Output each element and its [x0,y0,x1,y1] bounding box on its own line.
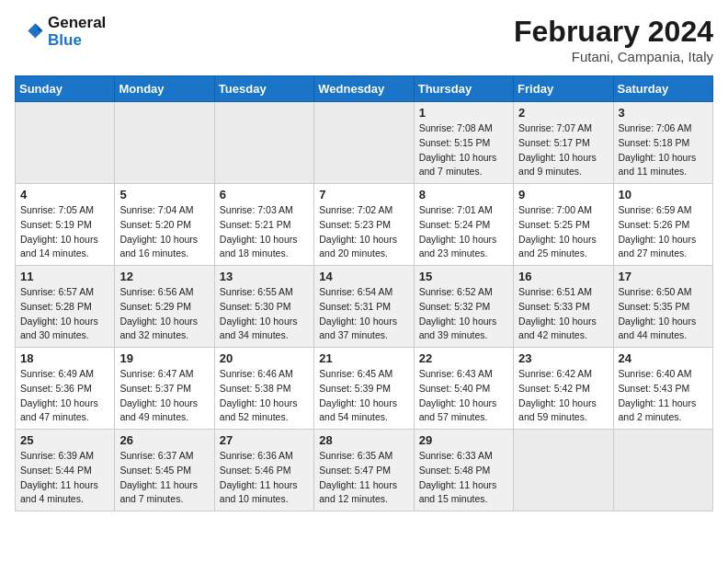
calendar-cell: 20Sunrise: 6:46 AM Sunset: 5:38 PM Dayli… [214,348,313,430]
day-number: 26 [119,433,209,447]
calendar-cell [613,430,712,511]
calendar-cell: 11Sunrise: 6:57 AM Sunset: 5:28 PM Dayli… [16,266,115,348]
day-number: 15 [419,270,508,283]
day-detail: Sunrise: 6:33 AM Sunset: 5:48 PM Dayligh… [419,449,508,507]
calendar-cell: 15Sunrise: 6:52 AM Sunset: 5:32 PM Dayli… [414,266,513,348]
day-number: 23 [518,351,608,365]
day-header-thursday: Thursday [414,76,513,102]
calendar-cell: 4Sunrise: 7:05 AM Sunset: 5:19 PM Daylig… [16,184,115,266]
logo-icon [15,17,44,47]
day-number: 6 [220,188,309,201]
day-detail: Sunrise: 7:05 AM Sunset: 5:19 PM Dayligh… [20,203,109,261]
calendar-cell: 13Sunrise: 6:55 AM Sunset: 5:30 PM Dayli… [214,266,313,348]
calendar-cell: 19Sunrise: 6:47 AM Sunset: 5:37 PM Dayli… [115,348,214,430]
calendar-cell: 5Sunrise: 7:04 AM Sunset: 5:20 PM Daylig… [115,184,214,266]
day-header-tuesday: Tuesday [214,76,313,102]
calendar-cell: 18Sunrise: 6:49 AM Sunset: 5:36 PM Dayli… [16,348,115,430]
day-detail: Sunrise: 6:39 AM Sunset: 5:44 PM Dayligh… [20,449,109,507]
calendar-cell: 7Sunrise: 7:02 AM Sunset: 5:23 PM Daylig… [314,184,414,266]
day-detail: Sunrise: 6:37 AM Sunset: 5:45 PM Dayligh… [119,449,209,507]
title-block: February 2024 Futani, Campania, Italy [514,15,713,64]
calendar-header-row: SundayMondayTuesdayWednesdayThursdayFrid… [16,76,713,102]
day-detail: Sunrise: 7:01 AM Sunset: 5:24 PM Dayligh… [419,203,508,261]
day-detail: Sunrise: 6:45 AM Sunset: 5:39 PM Dayligh… [319,367,408,425]
calendar-cell [514,430,613,511]
page-header: General Blue February 2024 Futani, Campa… [15,15,713,64]
day-detail: Sunrise: 6:35 AM Sunset: 5:47 PM Dayligh… [319,449,408,507]
day-number: 20 [220,351,309,365]
day-number: 14 [319,270,408,283]
calendar-cell: 10Sunrise: 6:59 AM Sunset: 5:26 PM Dayli… [613,184,712,266]
day-number: 4 [20,188,109,201]
calendar-cell: 8Sunrise: 7:01 AM Sunset: 5:24 PM Daylig… [414,184,513,266]
day-number: 1 [419,106,508,120]
logo-text: General Blue [48,15,106,49]
day-detail: Sunrise: 7:00 AM Sunset: 5:25 PM Dayligh… [518,203,608,261]
calendar-cell: 21Sunrise: 6:45 AM Sunset: 5:39 PM Dayli… [314,348,414,430]
day-number: 10 [619,188,708,201]
calendar-cell [115,102,214,184]
calendar-week-row: 11Sunrise: 6:57 AM Sunset: 5:28 PM Dayli… [16,266,713,348]
day-detail: Sunrise: 7:08 AM Sunset: 5:15 PM Dayligh… [419,121,508,179]
month-title: February 2024 [514,15,713,49]
calendar-cell [314,102,414,184]
day-number: 29 [419,433,508,447]
day-detail: Sunrise: 6:57 AM Sunset: 5:28 PM Dayligh… [20,285,109,343]
calendar-cell: 29Sunrise: 6:33 AM Sunset: 5:48 PM Dayli… [414,430,513,511]
day-detail: Sunrise: 7:07 AM Sunset: 5:17 PM Dayligh… [518,121,608,179]
day-number: 21 [319,351,408,365]
day-detail: Sunrise: 6:49 AM Sunset: 5:36 PM Dayligh… [20,367,109,425]
day-header-monday: Monday [115,76,214,102]
day-detail: Sunrise: 7:02 AM Sunset: 5:23 PM Dayligh… [319,203,408,261]
day-number: 13 [220,270,309,283]
calendar-cell: 12Sunrise: 6:56 AM Sunset: 5:29 PM Dayli… [115,266,214,348]
day-number: 18 [20,351,109,365]
day-detail: Sunrise: 6:52 AM Sunset: 5:32 PM Dayligh… [419,285,508,343]
day-number: 28 [319,433,408,447]
day-detail: Sunrise: 6:56 AM Sunset: 5:29 PM Dayligh… [119,285,209,343]
day-detail: Sunrise: 6:42 AM Sunset: 5:42 PM Dayligh… [518,367,608,425]
day-header-sunday: Sunday [16,76,115,102]
day-detail: Sunrise: 6:47 AM Sunset: 5:37 PM Dayligh… [119,367,209,425]
day-detail: Sunrise: 6:43 AM Sunset: 5:40 PM Dayligh… [419,367,508,425]
calendar-cell: 14Sunrise: 6:54 AM Sunset: 5:31 PM Dayli… [314,266,414,348]
svg-marker-0 [28,23,42,38]
calendar-week-row: 1Sunrise: 7:08 AM Sunset: 5:15 PM Daylig… [16,102,713,184]
calendar-cell: 28Sunrise: 6:35 AM Sunset: 5:47 PM Dayli… [314,430,414,511]
day-header-friday: Friday [514,76,613,102]
calendar-week-row: 18Sunrise: 6:49 AM Sunset: 5:36 PM Dayli… [16,348,713,430]
day-number: 27 [220,433,309,447]
day-detail: Sunrise: 6:50 AM Sunset: 5:35 PM Dayligh… [619,285,708,343]
day-number: 5 [119,188,209,201]
calendar-cell: 26Sunrise: 6:37 AM Sunset: 5:45 PM Dayli… [115,430,214,511]
calendar-cell [16,102,115,184]
day-detail: Sunrise: 6:40 AM Sunset: 5:43 PM Dayligh… [619,367,708,425]
day-detail: Sunrise: 7:06 AM Sunset: 5:18 PM Dayligh… [619,121,708,179]
calendar-cell: 25Sunrise: 6:39 AM Sunset: 5:44 PM Dayli… [16,430,115,511]
day-number: 3 [619,106,708,120]
day-detail: Sunrise: 6:36 AM Sunset: 5:46 PM Dayligh… [220,449,309,507]
day-number: 2 [518,106,608,120]
day-detail: Sunrise: 7:04 AM Sunset: 5:20 PM Dayligh… [119,203,209,261]
day-header-saturday: Saturday [613,76,712,102]
calendar-cell: 1Sunrise: 7:08 AM Sunset: 5:15 PM Daylig… [414,102,513,184]
day-number: 8 [419,188,508,201]
location: Futani, Campania, Italy [514,49,713,64]
day-number: 11 [20,270,109,283]
day-number: 24 [619,351,708,365]
calendar-week-row: 4Sunrise: 7:05 AM Sunset: 5:19 PM Daylig… [16,184,713,266]
day-detail: Sunrise: 6:54 AM Sunset: 5:31 PM Dayligh… [319,285,408,343]
calendar-cell: 27Sunrise: 6:36 AM Sunset: 5:46 PM Dayli… [214,430,313,511]
day-detail: Sunrise: 6:51 AM Sunset: 5:33 PM Dayligh… [518,285,608,343]
day-number: 25 [20,433,109,447]
day-number: 19 [119,351,209,365]
calendar-cell: 16Sunrise: 6:51 AM Sunset: 5:33 PM Dayli… [514,266,613,348]
day-detail: Sunrise: 7:03 AM Sunset: 5:21 PM Dayligh… [220,203,309,261]
day-number: 9 [518,188,608,201]
calendar-cell: 6Sunrise: 7:03 AM Sunset: 5:21 PM Daylig… [214,184,313,266]
calendar-cell: 3Sunrise: 7:06 AM Sunset: 5:18 PM Daylig… [613,102,712,184]
day-detail: Sunrise: 6:46 AM Sunset: 5:38 PM Dayligh… [220,367,309,425]
day-number: 16 [518,270,608,283]
calendar-cell [214,102,313,184]
day-number: 7 [319,188,408,201]
